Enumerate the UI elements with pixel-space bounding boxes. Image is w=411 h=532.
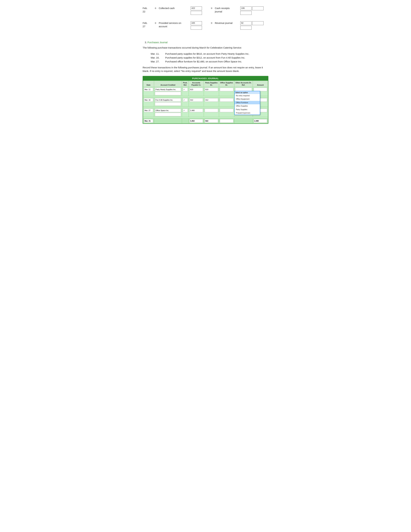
col-other-ref: Other Accounts Dr. Ref. — [234, 81, 253, 87]
row1-account-input[interactable] — [155, 88, 181, 91]
right-boxes-feb22: 106 — [240, 6, 263, 15]
row2-account[interactable] — [154, 97, 182, 106]
total-amount-input[interactable] — [254, 119, 267, 123]
total-office-supplies-input[interactable] — [220, 119, 233, 123]
col-date: Date — [143, 81, 154, 87]
row3-account[interactable] — [154, 108, 182, 117]
total-date-input[interactable] — [144, 119, 153, 123]
total-accts-payable-input[interactable] — [189, 119, 203, 123]
total-accts-payable[interactable] — [188, 118, 204, 124]
purchases-journal-link[interactable]: Purchases Journal — [148, 41, 168, 44]
row1-account-sub[interactable] — [155, 92, 181, 95]
left-boxes-feb27: 445 — [191, 21, 202, 30]
row3-party-supplies[interactable] — [204, 108, 219, 117]
totals-row — [143, 118, 268, 124]
row2-account-sub[interactable] — [155, 102, 181, 106]
total-label — [154, 118, 182, 124]
row1-post-ref[interactable] — [182, 87, 188, 96]
row3-date — [143, 108, 154, 117]
desc-mar27: Purchased office furniture for $2,480, o… — [165, 60, 242, 64]
row2-accts-payable[interactable] — [188, 97, 204, 106]
row3-post-ref-input[interactable] — [183, 109, 188, 112]
row1-office-supplies[interactable] — [219, 87, 234, 96]
row2-account-input[interactable] — [155, 98, 181, 102]
col-accts-payable: Accounts Payable Cr. — [188, 81, 204, 87]
dp-office-supplies[interactable]: Office Supplies — [235, 104, 260, 108]
row1-amount-input[interactable] — [254, 88, 267, 91]
left-top-input-feb22[interactable]: 422 — [191, 6, 202, 10]
row1-accts-payable[interactable] — [188, 87, 204, 96]
row1-office-supplies-input[interactable] — [220, 88, 233, 91]
right-top-input2-feb27[interactable] — [252, 21, 263, 25]
row2-date — [143, 97, 154, 106]
row1-date — [143, 87, 154, 96]
row1-party-supplies[interactable] — [204, 87, 219, 96]
purchases-journal: PURCHASES JOURNAL Date Account Credited … — [143, 76, 268, 124]
dp-no-entry[interactable]: No entry required — [235, 94, 260, 97]
row3-account-input[interactable] — [155, 109, 181, 112]
row2-party-supplies[interactable] — [204, 97, 219, 106]
col-party-supplies: Party Supplies Dr. — [204, 81, 219, 87]
row1-accts-payable-input[interactable] — [189, 88, 203, 91]
list-item-mar11: Mar. 11. Purchased party supplies for $6… — [151, 52, 268, 56]
intro-text: The following purchase transactions occu… — [143, 46, 268, 50]
section3-item: Purchases Journal — [148, 41, 268, 44]
dp-office-furniture[interactable]: Office Furniture — [235, 101, 260, 104]
right-bottom-input-feb22[interactable] — [240, 11, 252, 15]
desc-mar11: Purchased party supplies for $610, on ac… — [165, 52, 249, 56]
row2-office-supplies-input[interactable] — [220, 98, 233, 102]
row1-account[interactable] — [154, 87, 182, 96]
row1-party-supplies-input[interactable] — [205, 88, 218, 91]
total-other-ref — [234, 118, 253, 124]
right-desc-feb22: Cash receipts journal — [215, 6, 237, 13]
right-top-input-feb27[interactable]: 92 — [240, 21, 252, 25]
right-top-input-feb22[interactable]: 106 — [240, 6, 252, 10]
row1-other-ref-input[interactable] — [235, 88, 252, 91]
list-item-mar27: Mar. 27. Purchased office furniture for … — [151, 60, 268, 64]
left-top-row-feb22: 422 — [191, 6, 202, 10]
row3-account-sub[interactable] — [155, 113, 181, 116]
row3-party-supplies-input[interactable] — [205, 109, 218, 112]
dropdown-title: Select an option — [235, 91, 260, 94]
row2-date-input[interactable] — [144, 98, 153, 102]
left-bottom-input-feb22[interactable] — [191, 11, 202, 15]
row3-office-supplies-input[interactable] — [220, 109, 233, 112]
date-mar11: Mar. 11. — [151, 52, 162, 56]
row3-post-ref[interactable] — [182, 108, 188, 117]
row2-post-ref[interactable] — [182, 97, 188, 106]
desc-mar16: Purchased party supplies for $312, on ac… — [165, 56, 245, 60]
row2-party-supplies-input[interactable] — [205, 98, 218, 102]
dp-prepaid-expenses[interactable]: Prepaid Expenses — [235, 111, 260, 115]
row3-date-input[interactable] — [144, 109, 153, 112]
right-desc-feb27: Revenue journal — [215, 21, 237, 25]
right-boxes-feb27: 92 — [240, 21, 263, 30]
total-party-supplies[interactable] — [204, 118, 219, 124]
left-bottom-row-feb22 — [191, 11, 202, 15]
row2-office-supplies[interactable] — [219, 97, 234, 106]
dp-party-supplies[interactable]: Party Supplies — [235, 108, 260, 111]
left-top-input-feb27[interactable]: 445 — [191, 21, 202, 25]
row1-date-input[interactable] — [144, 88, 153, 91]
total-amount[interactable] — [253, 118, 268, 124]
total-party-supplies-input[interactable] — [205, 119, 218, 123]
right-bottom-input-feb27[interactable] — [240, 26, 252, 30]
date-feb27: Feb.27 — [143, 21, 152, 28]
right-top-input2-feb22[interactable] — [252, 6, 263, 10]
total-office-supplies[interactable] — [219, 118, 234, 124]
bullet-feb27: o — [154, 21, 157, 24]
total-date — [143, 118, 154, 124]
row1-dropdown-popup[interactable]: Select an option No entry required Offic… — [234, 91, 260, 115]
row2-post-ref-input[interactable] — [183, 98, 188, 102]
dp-office-equipment[interactable]: Office Equipment — [235, 97, 260, 101]
desc-feb27: Provided services on account — [159, 21, 188, 28]
left-bottom-input-feb27[interactable] — [191, 26, 202, 30]
bullet-feb22: o — [154, 6, 157, 9]
row1-post-ref-input[interactable] — [183, 88, 188, 91]
row3-office-supplies[interactable] — [219, 108, 234, 117]
row3-accts-payable-input[interactable] — [189, 109, 203, 112]
list-item-mar16: Mar. 16. Purchased party supplies for $3… — [151, 56, 268, 60]
row3-accts-payable[interactable] — [188, 108, 204, 117]
row1-other-ref[interactable]: Select an option No entry required Offic… — [234, 87, 253, 96]
row2-accts-payable-input[interactable] — [189, 98, 203, 102]
col-post-ref: Post. Ref. — [182, 81, 188, 87]
